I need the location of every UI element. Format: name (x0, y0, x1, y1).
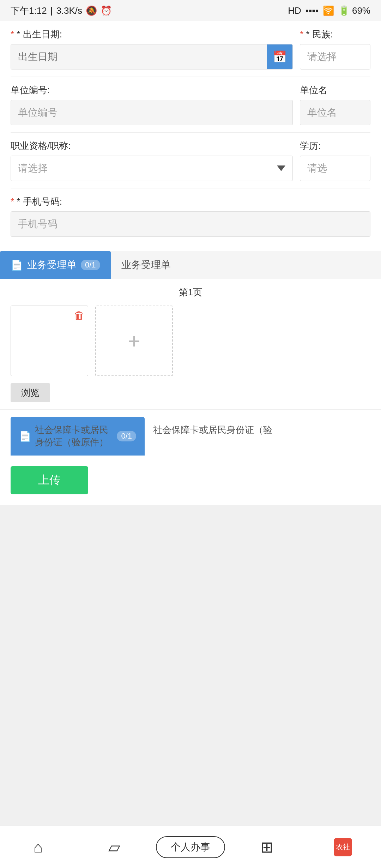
phone-group: * 手机号码: 手机号码 (11, 195, 370, 237)
status-right: HD ▪▪▪▪ 🛜 🔋 69% (288, 5, 370, 16)
hd-badge: HD (288, 5, 301, 16)
phone-row: * 手机号码: 手机号码 (11, 195, 370, 237)
education-select[interactable]: 请选 (300, 156, 370, 181)
mute-icon: 🔕 (86, 5, 97, 16)
unit-code-group: 单位编号: 单位编号 (11, 84, 293, 125)
doc-tabs-container: 📄 社会保障卡或居民身份证（验原件） 0/1 社会保障卡或居民身份证（验 (0, 410, 381, 456)
ethnicity-group: * 民族: 请选择 (300, 28, 370, 70)
birthday-group: * 出生日期: 📅 (11, 28, 293, 70)
nav-home[interactable]: ⌂ (0, 838, 76, 856)
tab1-label: 业务受理单 (27, 258, 77, 272)
phone-label: * 手机号码: (11, 195, 370, 208)
apps-icon: ⊞ (260, 838, 273, 856)
birthday-ethnicity-row: * 出生日期: 📅 * 民族: 请选择 (11, 28, 370, 70)
doc-icon-1: 📄 (11, 259, 23, 271)
status-bar: 下午1:12 | 3.3K/s 🔕 ⏰ HD ▪▪▪▪ 🛜 🔋 69% (0, 0, 381, 21)
qualification-placeholder: 请选择 (18, 162, 48, 175)
unit-name-group: 单位名 单位名 (300, 84, 370, 125)
tabs-container: 📄 业务受理单 0/1 业务受理单 (0, 251, 381, 279)
browse-row: 浏览 (0, 383, 381, 409)
calendar-button[interactable]: 📅 (267, 44, 292, 70)
community-icon: 农社 (334, 838, 352, 856)
birthday-input-wrapper[interactable]: 📅 (11, 44, 293, 70)
home-icon: ⌂ (34, 838, 43, 856)
unit-code-placeholder: 单位编号 (18, 106, 58, 119)
birthday-label: * 出生日期: (11, 28, 293, 41)
education-label: 学历: (300, 140, 370, 152)
time-display: 下午1:12 (11, 5, 47, 17)
ethnicity-label: * 民族: (300, 28, 370, 41)
image-upload-row: 🗑 + (0, 302, 381, 383)
gray-empty-area (0, 505, 381, 717)
unit-name-label: 单位名 (300, 84, 370, 96)
doc1-label: 社会保障卡或居民身份证（验原件） (35, 424, 113, 448)
unit-row: 单位编号: 单位编号 单位名 单位名 (11, 84, 370, 125)
nav-personal-affairs[interactable]: 个人办事 (152, 836, 229, 858)
education-placeholder: 请选 (307, 162, 327, 175)
tab2-label: 业务受理单 (121, 258, 171, 272)
bottom-nav: ⌂ ▱ 个人办事 ⊞ 农社 (0, 826, 381, 868)
uploaded-image-1[interactable]: 🗑 (11, 306, 88, 376)
tab-business-receipt-1[interactable]: 📄 业务受理单 0/1 (0, 251, 111, 279)
battery-display: 🔋 69% (338, 5, 370, 16)
birthday-input[interactable] (11, 44, 267, 69)
unit-name-placeholder: 单位名 (307, 106, 337, 119)
qualification-label: 职业资格/职称: (11, 140, 293, 152)
unit-code-input[interactable]: 单位编号 (11, 100, 293, 125)
plus-icon: + (128, 329, 140, 353)
phone-placeholder: 手机号码 (18, 217, 58, 231)
doc-tab-social-card-2[interactable]: 社会保障卡或居民身份证（验 (145, 417, 281, 456)
form-section: * 出生日期: 📅 * 民族: 请选择 单位编号: (0, 21, 381, 244)
upload-button[interactable]: 上传 (11, 466, 88, 494)
separator: | (50, 5, 53, 16)
ethnicity-placeholder: 请选择 (307, 50, 337, 64)
doc-icon-2: 📄 (19, 430, 31, 442)
nav-recent[interactable]: ▱ (76, 838, 152, 856)
nav-community[interactable]: 农社 (305, 838, 381, 856)
signal-icon: ▪▪▪▪ (306, 5, 319, 16)
calendar-icon: 📅 (273, 50, 287, 64)
ethnicity-select[interactable]: 请选择 (300, 44, 370, 70)
qualification-select[interactable]: 请选择 (11, 156, 293, 181)
upload-btn-container: 上传 (0, 456, 381, 505)
page-label: 第1页 (0, 279, 381, 302)
alarm-icon: ⏰ (101, 5, 112, 16)
wifi-icon: 🛜 (323, 5, 334, 16)
doc1-badge: 0/1 (117, 431, 136, 441)
doc-tab-social-card[interactable]: 📄 社会保障卡或居民身份证（验原件） 0/1 (11, 417, 145, 456)
qualification-row: 职业资格/职称: 请选择 学历: 请选 (11, 140, 370, 181)
network-speed: 3.3K/s (56, 5, 82, 16)
phone-input[interactable]: 手机号码 (11, 211, 370, 237)
personal-affairs-button[interactable]: 个人办事 (156, 836, 225, 858)
main-content: * 出生日期: 📅 * 民族: 请选择 单位编号: (0, 21, 381, 717)
tab1-badge: 0/1 (81, 260, 100, 270)
recent-icon: ▱ (108, 838, 120, 856)
browse-button[interactable]: 浏览 (11, 383, 50, 402)
qualification-group: 职业资格/职称: 请选择 (11, 140, 293, 181)
delete-icon[interactable]: 🗑 (74, 309, 84, 321)
education-group: 学历: 请选 (300, 140, 370, 181)
qualification-arrow (277, 165, 285, 171)
unit-code-label: 单位编号: (11, 84, 293, 96)
upload-section: 📄 业务受理单 0/1 业务受理单 第1页 🗑 + 浏览 (0, 251, 381, 505)
status-left: 下午1:12 | 3.3K/s 🔕 ⏰ (11, 5, 112, 17)
tab-business-receipt-2[interactable]: 业务受理单 (111, 251, 181, 279)
nav-apps[interactable]: ⊞ (229, 838, 305, 856)
unit-name-input[interactable]: 单位名 (300, 100, 370, 125)
add-image-placeholder[interactable]: + (95, 306, 173, 376)
doc2-label: 社会保障卡或居民身份证（验 (153, 424, 272, 435)
